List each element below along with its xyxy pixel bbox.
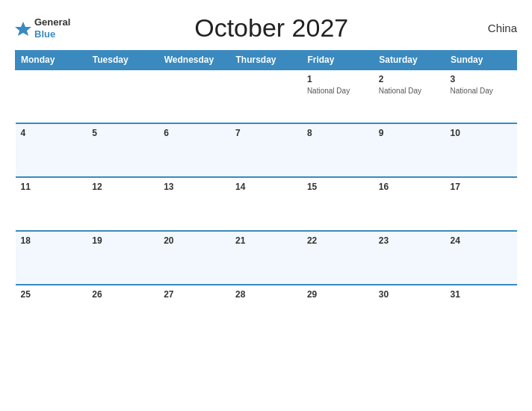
header-wednesday: Wednesday [158, 51, 230, 70]
day-number: 20 [164, 235, 225, 246]
day-cell: 15 [302, 177, 374, 231]
country-label: China [472, 22, 517, 34]
day-number: 14 [235, 182, 297, 192]
day-number: 31 [451, 289, 512, 300]
day-cell [16, 69, 87, 123]
logo-general: General [34, 16, 70, 28]
day-cell: 11 [16, 177, 87, 231]
header-monday: Monday [16, 51, 87, 70]
logo-icon [15, 20, 31, 37]
header-saturday: Saturday [374, 51, 445, 70]
day-number: 29 [307, 289, 368, 300]
day-number: 19 [92, 235, 153, 246]
day-number: 25 [21, 289, 82, 300]
day-cell: 22 [302, 231, 374, 285]
day-number: 12 [92, 182, 153, 192]
day-cell: 6 [158, 123, 230, 177]
day-number: 1 [307, 74, 368, 84]
calendar-page: General Blue October 2027 China Monday T… [0, 0, 532, 411]
day-number: 6 [164, 128, 225, 138]
calendar-title: October 2027 [70, 13, 472, 43]
logo: General Blue [15, 16, 70, 40]
day-number: 5 [92, 128, 153, 138]
day-cell: 23 [374, 231, 445, 285]
day-cell: 19 [87, 231, 158, 285]
day-cell [158, 69, 230, 123]
day-cell: 2National Day [374, 69, 445, 123]
day-number: 21 [235, 235, 297, 246]
day-cell: 14 [230, 177, 302, 231]
day-cell: 25 [16, 285, 87, 339]
day-number: 24 [451, 235, 512, 246]
weekday-header-row: Monday Tuesday Wednesday Thursday Friday… [16, 51, 517, 70]
day-cell: 30 [374, 285, 445, 339]
header-thursday: Thursday [230, 51, 302, 70]
day-number: 28 [235, 289, 297, 300]
day-cell: 29 [302, 285, 374, 339]
day-cell: 21 [230, 231, 302, 285]
day-cell: 24 [445, 231, 517, 285]
day-cell: 17 [445, 177, 517, 231]
day-cell: 12 [87, 177, 158, 231]
header: General Blue October 2027 China [15, 13, 517, 43]
day-cell: 9 [374, 123, 445, 177]
day-number: 16 [379, 182, 440, 192]
day-number: 3 [451, 74, 512, 84]
day-number: 23 [379, 235, 440, 246]
day-number: 11 [21, 182, 82, 192]
day-cell: 13 [158, 177, 230, 231]
week-row-5: 25262728293031 [16, 285, 517, 339]
day-cell: 10 [445, 123, 517, 177]
day-number: 18 [21, 235, 82, 246]
day-cell: 3National Day [445, 69, 517, 123]
day-cell [230, 69, 302, 123]
day-cell: 28 [230, 285, 302, 339]
day-cell: 16 [374, 177, 445, 231]
day-number: 2 [379, 74, 440, 84]
day-number: 30 [379, 289, 440, 300]
day-number: 15 [307, 182, 368, 192]
day-cell: 5 [87, 123, 158, 177]
day-number: 22 [307, 235, 368, 246]
header-friday: Friday [302, 51, 374, 70]
day-number: 17 [451, 182, 512, 192]
day-cell: 20 [158, 231, 230, 285]
header-sunday: Sunday [445, 51, 517, 70]
day-number: 26 [92, 289, 153, 300]
header-tuesday: Tuesday [87, 51, 158, 70]
day-number: 9 [379, 128, 440, 138]
day-number: 8 [307, 128, 368, 138]
day-event: National Day [451, 86, 512, 96]
day-cell: 18 [16, 231, 87, 285]
day-cell: 27 [158, 285, 230, 339]
logo-text: General Blue [34, 16, 70, 40]
day-number: 4 [21, 128, 82, 138]
day-cell: 7 [230, 123, 302, 177]
day-event: National Day [307, 86, 368, 96]
day-cell: 1National Day [302, 69, 374, 123]
day-cell: 26 [87, 285, 158, 339]
day-cell: 31 [445, 285, 517, 339]
svg-marker-1 [15, 22, 31, 36]
day-number: 7 [235, 128, 297, 138]
day-number: 27 [164, 289, 225, 300]
week-row-4: 18192021222324 [16, 231, 517, 285]
day-cell [87, 69, 158, 123]
logo-blue: Blue [34, 28, 70, 40]
day-cell: 4 [16, 123, 87, 177]
day-number: 13 [164, 182, 225, 192]
week-row-3: 11121314151617 [16, 177, 517, 231]
day-event: National Day [379, 86, 440, 96]
day-number: 10 [451, 128, 512, 138]
week-row-1: 1National Day2National Day3National Day [16, 69, 517, 123]
day-cell: 8 [302, 123, 374, 177]
week-row-2: 45678910 [16, 123, 517, 177]
calendar-table: Monday Tuesday Wednesday Thursday Friday… [15, 50, 517, 339]
